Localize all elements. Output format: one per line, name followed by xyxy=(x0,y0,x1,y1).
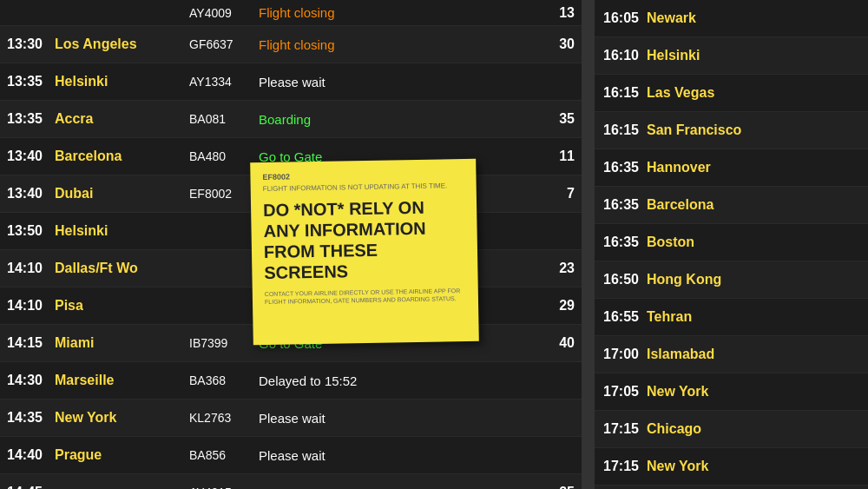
flight-row: 13:35 Accra BA081 Boarding 35 xyxy=(0,101,582,138)
flight-dest: Los Angeles xyxy=(55,36,189,52)
flight-dest: Prague xyxy=(55,447,189,463)
sticky-footer: CONTACT YOUR AIRLINE DIRECTLY OR USE THE… xyxy=(265,287,466,306)
flight-time: 13:40 xyxy=(7,186,55,202)
right-dest: Newark xyxy=(647,10,696,26)
flight-status: Please wait xyxy=(259,75,549,89)
right-time: 16:35 xyxy=(603,160,647,175)
flight-row: 14:35 New York KL2763 Please wait xyxy=(0,400,582,437)
right-flight-row: 16:05 Newark xyxy=(595,0,868,37)
flight-status: Please wait xyxy=(259,448,549,463)
flight-dest: Accra xyxy=(55,111,189,127)
flight-gate: 23 xyxy=(549,261,575,276)
right-dest: New York xyxy=(647,384,708,400)
flight-number: BA480 xyxy=(189,149,259,163)
right-dest: New York xyxy=(647,459,708,474)
flight-time: 14:10 xyxy=(7,298,55,314)
flight-status: Please wait xyxy=(259,411,549,426)
right-flight-row: 16:10 Helsinki xyxy=(595,37,868,75)
flight-dest: Barcelona xyxy=(55,149,189,164)
flight-gate: 35 xyxy=(549,111,575,127)
flight-gate: 29 xyxy=(549,298,575,314)
right-flight-row: 17:15 Chicago xyxy=(595,411,868,448)
right-flight-row: 16:35 Hannover xyxy=(595,149,868,187)
departure-board-left: AY4009 Flight closing 13 13:30 Los Angel… xyxy=(0,0,582,489)
flight-time: 14:10 xyxy=(7,261,55,276)
right-dest: Barcelona xyxy=(647,197,713,213)
flight-dest: Helsinki xyxy=(55,223,189,239)
flight-gate: 25 xyxy=(549,485,575,489)
flight-dest: Dallas/Ft Wo xyxy=(55,261,189,276)
flight-status: Delayed to 15:52 xyxy=(259,373,549,388)
flight-status: Boarding xyxy=(259,112,549,127)
right-time: 16:50 xyxy=(603,272,647,287)
right-time: 17:15 xyxy=(603,421,647,437)
flight-time: 13:35 xyxy=(7,74,55,89)
right-flight-row: 16:15 Las Vegas xyxy=(595,75,868,112)
right-flight-row: 17:15 New York xyxy=(595,448,868,486)
right-dest: Boston xyxy=(647,235,694,250)
right-time: 17:15 xyxy=(603,459,647,474)
flight-number: BA856 xyxy=(189,448,259,462)
flight-dest: Helsinki xyxy=(55,74,189,89)
right-time: 16:35 xyxy=(603,197,647,213)
flight-number: BA081 xyxy=(189,112,259,126)
right-time: 16:05 xyxy=(603,10,647,26)
flight-gate: 30 xyxy=(549,36,575,52)
flight-dest: Dubai xyxy=(55,186,189,202)
flight-row: 14:30 Marseille BA368 Delayed to 15:52 xyxy=(0,362,582,400)
sticky-main: DO *NOT* RELY ON ANY INFORMATION FROM TH… xyxy=(263,196,466,283)
right-time: 16:15 xyxy=(603,122,647,138)
right-dest: Hong Kong xyxy=(647,272,721,287)
flight-number: AY4015 xyxy=(189,486,259,489)
right-flight-row: 16:55 Tehran xyxy=(595,299,868,336)
right-dest: Islamabad xyxy=(647,347,714,362)
right-time: 16:10 xyxy=(603,48,647,63)
screenshot-container: AY4009 Flight closing 13 13:30 Los Angel… xyxy=(0,0,868,489)
flight-time: 13:40 xyxy=(7,149,55,164)
flight-dest: Marseille xyxy=(55,373,189,388)
partial-status: Flight closing xyxy=(259,5,549,20)
right-dest: Las Vegas xyxy=(647,85,714,101)
flight-number: IB7399 xyxy=(189,336,259,350)
right-dest: Chicago xyxy=(647,421,701,437)
flight-time: 14:30 xyxy=(7,373,55,388)
sticky-subheader: FLIGHT INFORMATION IS NOT UPDATING AT TH… xyxy=(263,182,464,193)
right-time: 16:15 xyxy=(603,85,647,101)
flight-status: Go to Gate xyxy=(259,486,549,490)
flight-dest: Miami xyxy=(55,335,189,351)
right-dest: Hannover xyxy=(647,160,711,175)
right-dest: Helsinki xyxy=(647,48,700,63)
departure-board-right: 16:05 Newark 16:10 Helsinki 16:15 Las Ve… xyxy=(595,0,868,489)
flight-number: BA368 xyxy=(189,373,259,387)
flight-row: 14:45 AY4015 Go to Gate 25 xyxy=(0,474,582,489)
flight-number: EF8002 xyxy=(189,187,259,201)
flight-time: 13:30 xyxy=(7,36,55,52)
flight-time: 14:45 xyxy=(7,485,55,489)
right-time: 16:55 xyxy=(603,309,647,325)
right-time: 17:00 xyxy=(603,347,647,362)
flight-row: 13:30 Los Angeles GF6637 Flight closing … xyxy=(0,26,582,63)
partial-flight: AY4009 xyxy=(189,6,259,20)
flight-dest: Pisa xyxy=(55,298,189,314)
flight-time: 13:50 xyxy=(7,223,55,239)
sticky-line3: FROM THESE SCREENS xyxy=(264,238,466,283)
flight-gate: 40 xyxy=(549,335,575,351)
right-flight-row: 17:00 Islamabad xyxy=(595,336,868,373)
flight-number: KL2763 xyxy=(189,411,259,425)
right-flight-row: 17:05 New York xyxy=(595,373,868,411)
flight-row: 14:40 Prague BA856 Please wait xyxy=(0,437,582,474)
right-flight-row: 16:15 San Francisco xyxy=(595,112,868,149)
sticky-header: EF8002 xyxy=(262,169,464,182)
partial-flight-row: AY4009 Flight closing 13 xyxy=(0,0,582,26)
right-time: 17:05 xyxy=(603,384,647,400)
right-dest: San Francisco xyxy=(647,122,741,138)
flight-number: GF6637 xyxy=(189,37,259,51)
right-time: 16:35 xyxy=(603,235,647,250)
right-flight-row: 16:50 Hong Kong xyxy=(595,261,868,299)
right-flight-row: 17:35 Vancouver xyxy=(595,486,868,489)
flight-time: 14:35 xyxy=(7,410,55,426)
flight-gate: 7 xyxy=(549,186,575,202)
board-divider xyxy=(582,0,595,489)
flight-number: AY1334 xyxy=(189,75,259,89)
flight-gate: 11 xyxy=(549,149,575,164)
